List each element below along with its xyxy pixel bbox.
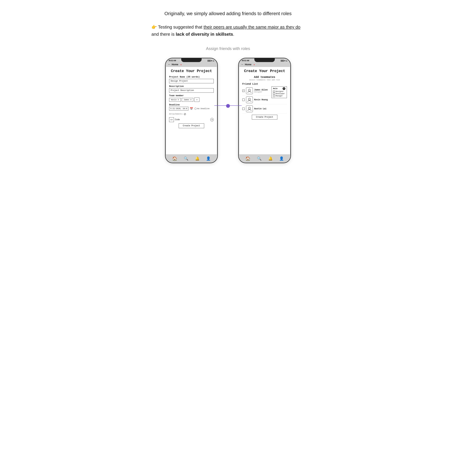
- phone1-no-deadline-label: No Deadline: [197, 108, 210, 110]
- phone1-nav: ← Home ▲: [166, 62, 217, 67]
- phone2-signal-icon: ▐▐▐: [281, 60, 284, 61]
- phone2-home-label: Home: [245, 63, 252, 66]
- friend-role-james: Designer: [254, 91, 270, 93]
- friend-avatar-james: [246, 87, 253, 94]
- phone2-nav-search-icon[interactable]: 🔍: [257, 156, 262, 161]
- friend-name-austin: Austin Lai: [254, 108, 287, 110]
- phone1-content: Create Your Project Project Name (35 wor…: [166, 67, 217, 154]
- phone1-no-attachment-icon: ⊘: [184, 112, 186, 116]
- phone1-team-chip-kevin[interactable]: Kevin X: [169, 98, 181, 102]
- phone2-back-arrow-icon[interactable]: ←: [241, 63, 244, 66]
- phone2-add-teammates-title: Add teammates: [242, 76, 287, 79]
- phone1-no-deadline-radio[interactable]: [194, 108, 196, 110]
- phone1-team-chip-james[interactable]: James X: [182, 98, 193, 102]
- friend-checkbox-austin[interactable]: [242, 108, 245, 110]
- finding-text: 👉 Testing suggested that their peers are…: [151, 24, 305, 38]
- phone1-team-add-button[interactable]: +: [194, 98, 199, 102]
- phone1-notch: [181, 58, 202, 62]
- intro-main-text: Originally, we simply allowed adding fri…: [164, 10, 292, 17]
- phone1-team-row: Kevin X James X +: [169, 98, 214, 102]
- phone2: 09:52 AM ▐▐▐ ◈ ▬ ← Home ▲ Create Your Pr…: [238, 58, 291, 163]
- person-icon-austin: [247, 106, 252, 111]
- phone2-status-icons: ▐▐▐ ◈ ▬: [281, 60, 287, 61]
- person-icon-james: [247, 88, 252, 93]
- phone2-content: Create Your Project Add teammates Select…: [239, 67, 290, 154]
- friend-item-austin: Austin Lai: [242, 104, 287, 113]
- phone1-project-name-input[interactable]: Design Project: [169, 79, 214, 83]
- phone1-battery-icon: ▬: [213, 60, 214, 61]
- phone1-nav-home-icon[interactable]: 🏠: [172, 156, 177, 161]
- phone2-notch: [254, 58, 275, 62]
- role-manager-label: Manager: [276, 95, 283, 97]
- phone2-nav-home-icon[interactable]: 🏠: [245, 156, 250, 161]
- phone1-nav-search-icon[interactable]: 🔍: [184, 156, 188, 161]
- role-developer-label: Developer: [276, 93, 285, 95]
- phone1-nav-notification-icon[interactable]: 🔔: [195, 156, 200, 161]
- role-designer-label: Designer: [276, 91, 284, 93]
- phone1-deadline-input[interactable]: 5-21-2020, 20:0: [169, 107, 188, 110]
- role-option-manager[interactable]: Manager: [273, 95, 285, 97]
- section-label: Assign friends with roles: [206, 46, 250, 51]
- phone2-wifi-icon: ◈: [284, 60, 285, 61]
- phone1-screen: Create Your Project Project Name (35 wor…: [166, 67, 217, 154]
- friend-name-kevin: Kevin Hoang: [254, 99, 287, 101]
- phone1-create-project-button[interactable]: Create Project: [179, 123, 204, 128]
- role-checkbox-developer[interactable]: [273, 93, 275, 95]
- phone1-no-deadline[interactable]: No Deadline: [194, 108, 210, 110]
- role-add-button[interactable]: +: [283, 87, 285, 90]
- friend-info-james: James Allen Designer: [254, 89, 270, 93]
- phone1-attachments-label: Attachments: [169, 113, 183, 115]
- phone1-calendar-icon[interactable]: 📅: [190, 107, 193, 110]
- phone2-screen: Create Your Project Add teammates Select…: [239, 67, 290, 154]
- phone1-time: 09:52 AM: [169, 60, 176, 61]
- friend-info-austin: Austin Lai: [254, 108, 287, 110]
- phone1-back-arrow-icon[interactable]: ←: [168, 63, 171, 66]
- role-checkbox-manager[interactable]: [273, 95, 275, 97]
- phone2-nav-notification-icon[interactable]: 🔔: [268, 156, 273, 161]
- phone1-pin-icon: ▲: [180, 63, 182, 66]
- phone1-status-icons: ▐▐▐ ◈ ▬: [207, 60, 214, 61]
- phone1-wifi-icon: ◈: [211, 60, 212, 61]
- phones-container: 09:52 AM ▐▐▐ ◈ ▬ ← Home ▲ Create Your Pr…: [165, 58, 291, 163]
- phone1-deadline-row: 5-21-2020, 20:0 📅 No Deadline: [169, 107, 214, 110]
- finding-emoji: 👉: [151, 25, 157, 30]
- phone1-nav-profile-icon[interactable]: 👤: [206, 156, 211, 161]
- role-label: Role: [273, 87, 278, 90]
- phone2-create-project-button[interactable]: Create Project: [252, 115, 278, 119]
- friend-avatar-kevin: [246, 96, 253, 103]
- phone1-project-name-label: Project Name (35 words): [169, 76, 214, 78]
- phone1-description-input[interactable]: Project Description: [169, 88, 214, 93]
- friend-checkbox-kevin[interactable]: [242, 99, 245, 101]
- phone2-time: 09:52 AM: [242, 60, 249, 61]
- phone2-bottom-nav: 🏠 🔍 🔔 👤: [239, 154, 290, 163]
- phone2-nav-profile-icon[interactable]: 👤: [279, 156, 284, 161]
- phone1-attachment-code: </> Code ✕: [169, 117, 214, 122]
- svg-point-0: [248, 89, 250, 91]
- phone2-nav: ← Home ▲: [239, 62, 290, 67]
- phone1-bottom-nav: 🏠 🔍 🔔 👤: [166, 154, 217, 163]
- phone1-team-label: Team member: [169, 94, 214, 97]
- role-checkbox-designer[interactable]: ✓: [273, 91, 275, 93]
- role-option-designer[interactable]: ✓ Designer: [273, 91, 285, 93]
- phone1: 09:52 AM ▐▐▐ ◈ ▬ ← Home ▲ Create Your Pr…: [165, 58, 218, 163]
- role-dropdown-title: Role +: [273, 87, 285, 90]
- finding-end: .: [233, 32, 234, 37]
- phone1-home-label: Home: [172, 63, 178, 66]
- svg-point-1: [248, 98, 250, 100]
- phone2-battery-icon: ▬: [286, 60, 287, 61]
- phone1-signal-icon: ▐▐▐: [207, 60, 210, 61]
- connector-dot: [226, 104, 230, 108]
- phone2-add-teammates-subtitle: Select teammates then add role: [242, 79, 287, 81]
- friend-info-kevin: Kevin Hoang: [254, 99, 287, 101]
- friend-checkbox-james[interactable]: ✓: [242, 90, 245, 92]
- finding-underline: their peers are usually the same major a…: [203, 25, 300, 30]
- finding-bold: lack of diversity in skillsets: [176, 32, 233, 37]
- phone1-attachment-remove-button[interactable]: ✕: [210, 118, 214, 121]
- phone1-attachments-row: Attachments ⊘: [169, 112, 214, 116]
- phone2-pin-icon: ▲: [253, 63, 255, 66]
- friend-item-james: ✓ James Allen Designer Role: [242, 86, 287, 95]
- svg-point-2: [248, 107, 250, 109]
- friend-avatar-austin: [246, 105, 253, 112]
- role-option-developer[interactable]: Developer: [273, 93, 285, 95]
- phone2-title: Create Your Project: [242, 69, 287, 73]
